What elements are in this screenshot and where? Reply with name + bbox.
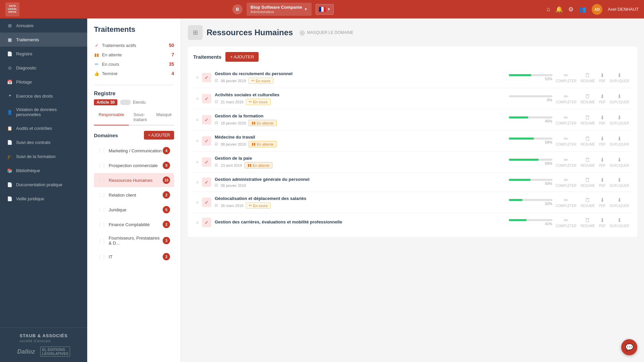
user-avatar[interactable]: AD bbox=[592, 4, 602, 15]
action-compléter-button[interactable]: ✏ COMPLÉTER bbox=[556, 157, 577, 167]
sidebar-item-bibliotheque[interactable]: 📚 Bibliothèque bbox=[0, 163, 87, 177]
action-compléter-button[interactable]: ✏ COMPLÉTER bbox=[556, 177, 577, 188]
sidebar-item-formation[interactable]: 🎓 Suivi de la formation bbox=[0, 149, 87, 163]
row-info: Gestion du recrutement du personnel ☑08 … bbox=[215, 71, 505, 84]
action-icon: ⬇ bbox=[617, 136, 622, 142]
action-dupliquer-button[interactable]: ⬇ DUPLIQUER bbox=[610, 197, 629, 208]
action-résumé-button[interactable]: 🗒 RÉSUMÉ bbox=[581, 72, 595, 83]
sidebar-item-traitements[interactable]: ▦ Traitements bbox=[0, 33, 87, 47]
table-row: ≡ ✓ Gestion de la formation ☑18 janvier … bbox=[193, 109, 632, 131]
tab-masque[interactable]: Masqué bbox=[152, 109, 176, 125]
home-icon[interactable]: ⌂ bbox=[546, 6, 550, 13]
domain-item-juridique[interactable]: ⋮⋮ Juridique 5 bbox=[94, 203, 174, 217]
action-pdf-button[interactable]: ⬇ PDF bbox=[599, 72, 606, 83]
action-pdf-button[interactable]: ⬇ PDF bbox=[599, 114, 606, 125]
sidebar-item-pilotage[interactable]: 📅 Pilotage bbox=[0, 75, 87, 89]
sidebar: ⊞ Annuaire ▦ Traitements 📄 Registre ⊙ Di… bbox=[0, 18, 87, 362]
row-checkbox[interactable]: ✓ bbox=[202, 218, 211, 227]
tab-responsable[interactable]: Responsable bbox=[94, 109, 129, 125]
action-compléter-button[interactable]: ✏ COMPLÉTER bbox=[556, 136, 577, 146]
sidebar-item-veille[interactable]: 📄 Veille juridique bbox=[0, 192, 87, 206]
action-résumé-button[interactable]: 🗒 RÉSUMÉ bbox=[581, 177, 595, 188]
row-checkbox[interactable]: ✓ bbox=[202, 94, 211, 103]
language-selector[interactable]: 🇫🇷 ▼ bbox=[316, 4, 334, 15]
row-checkbox[interactable]: ✓ bbox=[202, 115, 211, 124]
gear-icon[interactable]: ⚙ bbox=[568, 6, 574, 13]
action-résumé-button[interactable]: 🗒 RÉSUMÉ bbox=[581, 217, 595, 228]
staub-logo: STAUB & ASSOCIÉSsociété d'avocats bbox=[19, 333, 67, 343]
row-checkbox[interactable]: ✓ bbox=[202, 198, 211, 207]
chat-button[interactable]: 💬 bbox=[621, 339, 637, 355]
action-compléter-button[interactable]: ✏ COMPLÉTER bbox=[556, 217, 577, 228]
sidebar-item-contrats[interactable]: 📄 Suivi des contrats bbox=[0, 135, 87, 149]
tab-sous-traitant[interactable]: Sous-traitant bbox=[129, 109, 152, 125]
users-icon[interactable]: 👥 bbox=[579, 6, 586, 13]
stat-label-attente: En attente bbox=[102, 52, 169, 57]
add-domain-button[interactable]: + AJOUTER bbox=[144, 131, 174, 140]
action-compléter-button[interactable]: ✏ COMPLÉTER bbox=[556, 72, 577, 83]
domain-count: 15 bbox=[163, 176, 170, 184]
action-pdf-button[interactable]: ⬇ PDF bbox=[599, 157, 606, 167]
domain-item-fournisseurs[interactable]: ⋮⋮ Fournisseurs, Prestataires & D... 3 bbox=[94, 232, 174, 249]
action-compléter-button[interactable]: ✏ COMPLÉTER bbox=[556, 93, 577, 104]
domain-item-marketing[interactable]: ⋮⋮ Marketing / Communication 4 bbox=[94, 144, 174, 158]
action-pdf-button[interactable]: ⬇ PDF bbox=[599, 197, 606, 208]
drag-handle[interactable]: ≡ bbox=[196, 138, 199, 144]
action-pdf-button[interactable]: ⬇ PDF bbox=[599, 177, 606, 188]
domain-item-rh[interactable]: ⋮⋮ Ressources Humaines 15 bbox=[94, 173, 174, 187]
action-pdf-button[interactable]: ⬇ PDF bbox=[599, 93, 606, 104]
progress-area: 52% bbox=[509, 74, 552, 81]
action-dupliquer-button[interactable]: ⬇ DUPLIQUER bbox=[610, 93, 629, 104]
bell-icon[interactable]: 🔔 bbox=[555, 6, 563, 13]
drag-handle[interactable]: ≡ bbox=[196, 96, 199, 101]
action-pdf-button[interactable]: ⬇ PDF bbox=[599, 136, 606, 146]
sidebar-item-documentation[interactable]: 📄 Documentation pratique bbox=[0, 177, 87, 192]
traitements-icon: ▦ bbox=[7, 37, 13, 43]
sidebar-item-exercice[interactable]: ❝ Exercice des droits bbox=[0, 89, 87, 103]
progress-fill bbox=[509, 179, 531, 181]
audits-icon: 📋 bbox=[7, 125, 13, 131]
action-dupliquer-button[interactable]: ⬇ DUPLIQUER bbox=[610, 72, 629, 83]
action-résumé-button[interactable]: 🗒 RÉSUMÉ bbox=[581, 136, 595, 146]
sidebar-item-annuaire[interactable]: ⊞ Annuaire bbox=[0, 18, 87, 33]
action-dupliquer-button[interactable]: ⬇ DUPLIQUER bbox=[610, 114, 629, 125]
action-compléter-button[interactable]: ✏ COMPLÉTER bbox=[556, 197, 577, 208]
action-résumé-button[interactable]: 🗒 RÉSUMÉ bbox=[581, 115, 595, 125]
drag-handle[interactable]: ≡ bbox=[196, 75, 199, 80]
sidebar-item-diagnostic[interactable]: ⊙ Diagnostic bbox=[0, 61, 87, 75]
hide-domain-button[interactable]: ◎ MASQUER LE DOMAINE bbox=[300, 29, 353, 36]
progress-pct: 50% bbox=[509, 182, 552, 186]
action-dupliquer-button[interactable]: ⬇ DUPLIQUER bbox=[610, 136, 629, 146]
domain-item-finance[interactable]: ⋮⋮ Finance Comptabilité 2 bbox=[94, 217, 174, 231]
drag-handle[interactable]: ≡ bbox=[196, 220, 199, 225]
action-résumé-button[interactable]: 🗒 RÉSUMÉ bbox=[581, 197, 595, 208]
row-checkbox[interactable]: ✓ bbox=[202, 73, 211, 82]
sidebar-item-audits[interactable]: 📋 Audits et contrôles bbox=[0, 121, 87, 135]
row-checkbox[interactable]: ✓ bbox=[202, 136, 211, 146]
domain-item-it[interactable]: ⋮⋮ IT 2 bbox=[94, 250, 174, 264]
right-panel: ⊞ Ressources Humaines ◎ MASQUER LE DOMAI… bbox=[181, 18, 644, 362]
sidebar-item-registre[interactable]: 📄 Registre bbox=[0, 47, 87, 61]
domain-item-relation[interactable]: ⋮⋮ Relation client 2 bbox=[94, 188, 174, 202]
row-checkbox[interactable]: ✓ bbox=[202, 177, 211, 187]
action-dupliquer-button[interactable]: ⬇ DUPLIQUER bbox=[610, 157, 629, 167]
drag-handle[interactable]: ≡ bbox=[196, 200, 199, 205]
row-date: 26 mars 2019 bbox=[221, 204, 243, 208]
ajouter-button[interactable]: + AJOUTER bbox=[225, 52, 259, 62]
drag-handle[interactable]: ≡ bbox=[196, 117, 199, 122]
action-pdf-button[interactable]: ⬇ PDF bbox=[599, 217, 606, 228]
action-résumé-button[interactable]: 🗒 RÉSUMÉ bbox=[581, 157, 595, 167]
row-checkbox[interactable]: ✓ bbox=[202, 157, 211, 167]
action-compléter-button[interactable]: ✏ COMPLÉTER bbox=[556, 114, 577, 125]
sidebar-item-violation[interactable]: 👤 Violation de données personnelles bbox=[0, 103, 87, 121]
progress-area: 50% bbox=[509, 179, 552, 186]
action-dupliquer-button[interactable]: ⬇ DUPLIQUER bbox=[610, 217, 629, 228]
action-résumé-button[interactable]: 🗒 RÉSUMÉ bbox=[581, 94, 595, 104]
domain-item-prospection[interactable]: ⋮⋮ Prospection commerciale 9 bbox=[94, 158, 174, 172]
etendu-toggle[interactable] bbox=[120, 100, 131, 105]
documentation-icon: 📄 bbox=[7, 182, 13, 188]
action-dupliquer-button[interactable]: ⬇ DUPLIQUER bbox=[610, 177, 629, 188]
drag-handle[interactable]: ≡ bbox=[196, 159, 199, 165]
drag-handle[interactable]: ≡ bbox=[196, 179, 199, 185]
company-button[interactable]: Blop Software Companie Administrateur ▼ bbox=[247, 3, 312, 16]
